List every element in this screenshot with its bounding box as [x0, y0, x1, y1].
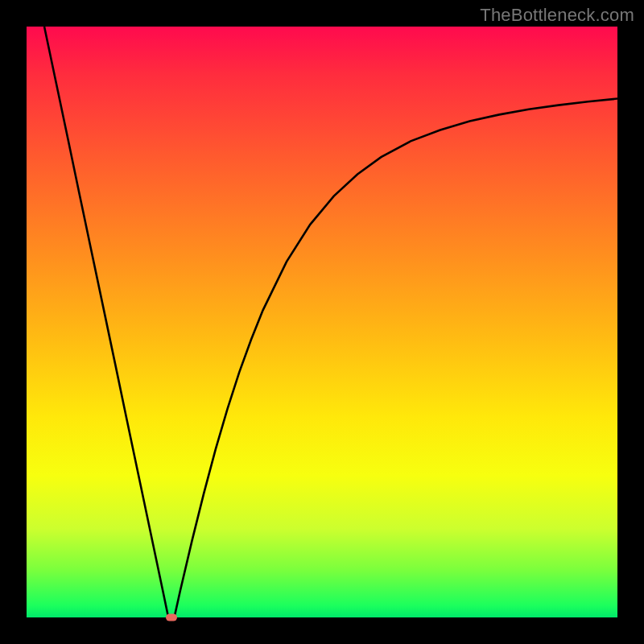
chart-frame: TheBottleneck.com	[0, 0, 644, 644]
optimal-point-marker	[166, 614, 177, 621]
watermark-text: TheBottleneck.com	[480, 5, 634, 26]
plot-area	[27, 27, 617, 617]
curve-path	[44, 27, 617, 617]
bottleneck-curve	[27, 27, 617, 617]
